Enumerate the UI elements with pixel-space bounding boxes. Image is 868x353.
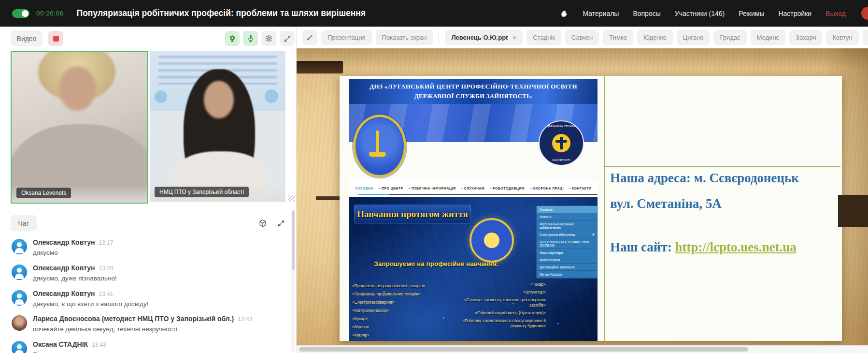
video-name-badge: НМЦ ПТО у Запорізькій області — [155, 187, 249, 197]
emblem-text: ЗАЙНЯТОСТІ — [552, 159, 570, 162]
address-line-2: вул. Сметаніна, 5А — [610, 196, 722, 211]
record-button[interactable] — [48, 31, 63, 46]
message-text: Поднимает руку — [33, 351, 289, 353]
photo-background-object — [316, 196, 341, 200]
menu-participants[interactable]: Участники (146) — [675, 10, 725, 17]
site-link-label: Наш сайт: — [610, 240, 675, 254]
site-header: ДНЗ «ЛУГАНСЬКИЙ ЦЕНТР ПРОФЕСІЙНО-ТЕХНІЧН… — [349, 79, 598, 104]
webinar-app: { "topbar": { "timer": "00:26:06", "titl… — [0, 0, 868, 353]
avatar-photo — [12, 315, 27, 331]
address-line-1: Наша адреса: м. Сєвєродонецьк — [610, 171, 799, 186]
message-author: Олександр Ковтун — [33, 290, 95, 297]
message-text: почекайте декілька секунд, технічні незр… — [33, 325, 289, 333]
video-tile-oksana[interactable]: Oksana Levenets — [11, 51, 148, 204]
participant-tab-savchen[interactable]: Савчен — [565, 30, 599, 45]
menu-questions[interactable]: Вопросы — [633, 10, 660, 17]
avatar — [12, 341, 27, 353]
message-text: дякуємо — [33, 249, 289, 256]
raise-hand-icon[interactable] — [560, 9, 569, 17]
toolbar-divider — [439, 31, 439, 44]
active-file-name: Левенець О.Ю.ppt — [451, 34, 508, 41]
slide-divider-line — [604, 76, 605, 341]
participant-tab-slabche[interactable]: Слабче — [863, 30, 868, 45]
video-tile-nmc[interactable]: НМЦ ПТО у Запорізькій області — [150, 51, 285, 202]
video-name-badge: Oksana Levenets — [16, 188, 71, 198]
employment-service-emblem: ДЕРЖАВНА СЛУЖБА ЗАЙНЯТОСТІ — [539, 120, 584, 166]
chat-scrollbar-thumb[interactable] — [292, 211, 295, 270]
sidebar-item: Ми на Youtube — [537, 271, 597, 278]
participant-tab-stadnik[interactable]: Стаднік — [526, 30, 561, 45]
banner-title: Навчання протягом життя — [354, 205, 471, 223]
participant-tab-kovtun[interactable]: Ковтун — [826, 30, 858, 45]
menu-materials[interactable]: Материалы — [583, 10, 619, 17]
nav-item: ГОЛОВНА — [355, 187, 373, 190]
menu-modes[interactable]: Режимы — [739, 10, 764, 17]
active-file-tab[interactable]: Левенець О.Ю.ppt × — [445, 30, 523, 45]
site-content: Навчання протягом життя Запрошуємо на пр… — [349, 197, 598, 341]
participant-tab-medyns[interactable]: Мединс — [751, 30, 785, 45]
message-time: 13:43 — [92, 341, 106, 348]
chat-3d-button[interactable] — [255, 216, 270, 231]
topbar-menu: Материалы Вопросы Участники (146) Режимы… — [560, 9, 868, 17]
expand-icon — [277, 219, 285, 228]
slide-divider-line — [605, 166, 840, 167]
profession-item: «Офісний службовець (бухгалтерія)» — [454, 310, 546, 316]
video-panel-button[interactable]: Видео — [11, 30, 43, 46]
close-icon[interactable]: × — [512, 33, 516, 42]
participant-tab-zakharch[interactable]: Захарч — [789, 30, 822, 45]
photo-background-object — [297, 61, 343, 74]
nav-item: ПУБЛІЧНА ІНФОРМАЦІЯ — [409, 187, 456, 190]
menu-settings[interactable]: Настройки — [778, 10, 811, 17]
avatar — [12, 239, 27, 254]
message-time: 13:17 — [99, 239, 114, 246]
website-screenshot: ДНЗ «ЛУГАНСЬКИЙ ЦЕНТР ПРОФЕСІЙНО-ТЕХНІЧН… — [349, 79, 598, 341]
participant-tab-tymko[interactable]: Тимко — [603, 30, 633, 45]
profession-item: «Муляр» — [352, 323, 456, 331]
mic-button[interactable] — [243, 31, 258, 46]
professions-right: «Токар» «Штукатур» «Слюсар з ремонту кол… — [454, 282, 546, 331]
message-author: Лариса Двоєносова (методист НМЦ ПТО у За… — [33, 315, 234, 323]
nav-item: СЛУХАЧАМ — [461, 187, 484, 190]
sidebar-item: Дистанційне навчання — [537, 264, 597, 271]
message-time: 13:28 — [99, 265, 114, 272]
sidebar-item: Головна — [537, 206, 597, 213]
participant-tab-tsygano[interactable]: Цигано — [677, 30, 710, 45]
horizontal-scrollbar-thumb[interactable] — [299, 347, 748, 352]
presentation-toolbar: Презентация Показать экран Левенець О.Ю.… — [297, 27, 868, 48]
chat-message: Оксана СТАДНІК13:43 Поднимает руку — [12, 340, 289, 353]
slide: ДНЗ «ЛУГАНСЬКИЙ ЦЕНТР ПРОФЕСІЙНО-ТЕХНІЧН… — [340, 76, 842, 341]
participant-tab-grydas[interactable]: Гридас — [713, 30, 746, 45]
draw-tool-button[interactable] — [302, 30, 317, 45]
exit-status-dot — [861, 7, 868, 20]
site-nav: ГОЛОВНА ПРО ЦЕНТР ПУБЛІЧНА ІНФОРМАЦІЯ СЛ… — [349, 180, 598, 197]
chat-message: Лариса Двоєносова (методист НМЦ ПТО у За… — [12, 314, 289, 333]
profession-item: «Слюсар з ремонту колісних транспортних … — [454, 297, 546, 308]
presentation-button[interactable]: Презентация — [321, 30, 372, 45]
video-expand-button[interactable] — [280, 31, 295, 46]
panel-resize-grip[interactable] — [288, 195, 295, 202]
presentation-stage: ДНЗ «ЛУГАНСЬКИЙ ЦЕНТР ПРОФЕСІЙНО-ТЕХНІЧН… — [297, 48, 868, 345]
site-link-row: Наш сайт: http://lcpto.ues.net.ua — [610, 240, 797, 255]
chat-expand-button[interactable] — [273, 216, 288, 231]
message-time: 13:43 — [238, 316, 252, 323]
site-url: http://lcpto.ues.net.ua — [675, 240, 796, 254]
settings-button[interactable] — [261, 31, 276, 46]
webcam-button[interactable] — [225, 31, 240, 46]
chat-button[interactable]: Чат — [11, 215, 37, 231]
profession-item: «Контролер-касир» — [352, 307, 456, 315]
sidebar-item: Матеріально-технічне забезпечення — [537, 221, 597, 231]
screen-share-button[interactable]: Показать экран — [376, 30, 433, 45]
photo-background-object — [838, 195, 868, 227]
chat-scrollbar[interactable] — [291, 209, 295, 352]
broadcast-toggle[interactable] — [12, 9, 29, 18]
profession-item: «Штукатур» — [454, 290, 546, 295]
participant-tab-yudenko[interactable]: Юденко — [637, 30, 673, 45]
flag-banner: ДЕРЖАВНА СЛУЖБА ЗАЙНЯТОСТІ — [349, 104, 598, 180]
session-timer: 00:26:06 — [36, 10, 64, 17]
exit-button[interactable]: Выход — [825, 10, 846, 17]
message-text: дякуємо, є що взяти з вашого досвіду! — [33, 300, 289, 308]
horizontal-scrollbar[interactable] — [297, 345, 868, 353]
gear-icon — [264, 34, 273, 43]
webcam-icon — [228, 34, 237, 44]
invite-heading: Запрошуємо на професійне навчання: — [363, 260, 510, 267]
